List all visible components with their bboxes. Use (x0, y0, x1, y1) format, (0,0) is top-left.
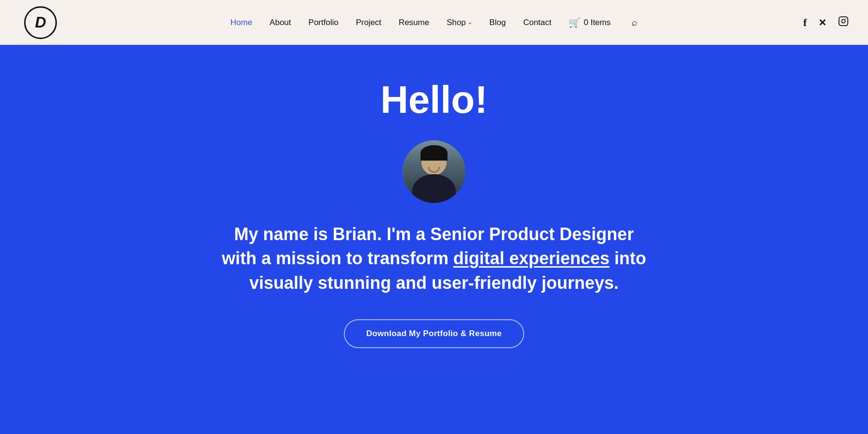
nav-item-contact[interactable]: Contact (523, 18, 552, 27)
search-icon[interactable]: ⌕ (632, 17, 637, 28)
facebook-icon[interactable]: f (803, 16, 807, 29)
hero-desc-highlighted: digital experiences (453, 248, 610, 268)
avatar-hair (420, 145, 448, 161)
logo[interactable]: D (24, 6, 57, 39)
hero-description: My name is Brian. I'm a Senior Product D… (217, 222, 651, 295)
svg-point-1 (841, 19, 845, 23)
avatar-image (403, 140, 465, 203)
cart-icon: 🛒 (569, 17, 581, 28)
shop-chevron-icon: ⌄ (468, 19, 472, 26)
instagram-icon[interactable] (838, 16, 849, 29)
nav-item-portfolio[interactable]: Portfolio (309, 18, 339, 27)
avatar-smile (428, 167, 440, 173)
nav-item-blog[interactable]: Blog (489, 18, 506, 27)
cart-label: 0 Items (583, 18, 610, 27)
cta-button[interactable]: Download My Portfolio & Resume (344, 319, 524, 348)
nav-item-shop[interactable]: Shop ⌄ (447, 18, 472, 27)
svg-point-2 (845, 18, 846, 19)
cart[interactable]: 🛒 0 Items (569, 17, 610, 28)
twitter-x-icon[interactable]: ✕ (818, 17, 827, 28)
header: D Home About Portfolio Project Resume Sh… (0, 0, 868, 45)
nav-item-home[interactable]: Home (231, 18, 252, 27)
hero-section: Hello! My name is Brian. I'm a Senior Pr… (0, 45, 868, 434)
social-links: f ✕ (803, 16, 849, 29)
hero-title: Hello! (380, 79, 488, 121)
main-nav: Home About Portfolio Project Resume Shop… (231, 17, 637, 28)
svg-rect-0 (839, 17, 848, 26)
nav-item-resume[interactable]: Resume (399, 18, 429, 27)
avatar (403, 140, 465, 203)
nav-item-about[interactable]: About (270, 18, 291, 27)
logo-letter: D (35, 14, 46, 31)
nav-item-project[interactable]: Project (356, 18, 381, 27)
